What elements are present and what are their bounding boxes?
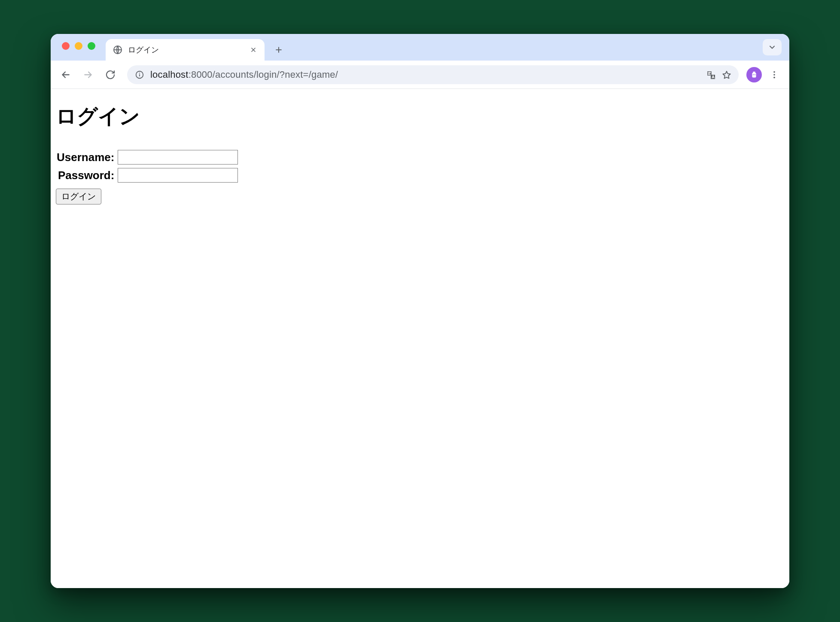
username-label: Username:: [57, 151, 116, 164]
svg-rect-5: [753, 71, 755, 73]
translate-icon[interactable]: [706, 70, 715, 79]
toolbar: localhost:8000/accounts/login/?next=/gam…: [51, 61, 789, 89]
url-text: localhost:8000/accounts/login/?next=/gam…: [150, 69, 700, 80]
svg-point-3: [139, 73, 140, 73]
new-tab-button[interactable]: [271, 42, 287, 58]
svg-point-9: [773, 74, 775, 76]
url-path: :8000/accounts/login/?next=/game/: [189, 69, 338, 80]
reload-button[interactable]: [101, 66, 119, 84]
svg-point-6: [753, 74, 754, 75]
login-form: Username: Password: ログイン: [56, 148, 784, 204]
close-window-button[interactable]: [62, 42, 70, 50]
back-button[interactable]: [57, 66, 75, 84]
address-bar[interactable]: localhost:8000/accounts/login/?next=/gam…: [127, 65, 739, 84]
star-icon[interactable]: [721, 70, 731, 79]
page-title: ログイン: [56, 103, 784, 130]
kebab-menu-button[interactable]: [765, 66, 783, 84]
minimize-window-button[interactable]: [75, 42, 82, 50]
window-controls: [57, 42, 106, 50]
close-tab-button[interactable]: [249, 46, 258, 54]
svg-rect-4: [752, 73, 756, 77]
globe-icon: [113, 45, 123, 55]
browser-tab[interactable]: ログイン: [106, 39, 265, 61]
tab-title: ログイン: [128, 45, 244, 55]
window-dropdown-button[interactable]: [763, 39, 782, 55]
browser-window: ログイン: [51, 34, 789, 588]
maximize-window-button[interactable]: [88, 42, 95, 50]
password-input[interactable]: [118, 168, 238, 183]
svg-point-7: [755, 74, 755, 75]
forward-button[interactable]: [79, 66, 97, 84]
info-icon[interactable]: [135, 70, 144, 79]
svg-point-8: [773, 71, 775, 73]
profile-avatar[interactable]: [746, 67, 762, 82]
login-submit-button[interactable]: ログイン: [56, 189, 101, 204]
password-label: Password:: [58, 169, 116, 182]
page-content: ログイン Username: Password:: [51, 89, 789, 588]
svg-point-10: [773, 76, 775, 78]
url-host: localhost: [150, 69, 189, 80]
tab-strip: ログイン: [51, 34, 789, 61]
username-input[interactable]: [118, 150, 238, 165]
toolbar-right: [746, 66, 783, 84]
